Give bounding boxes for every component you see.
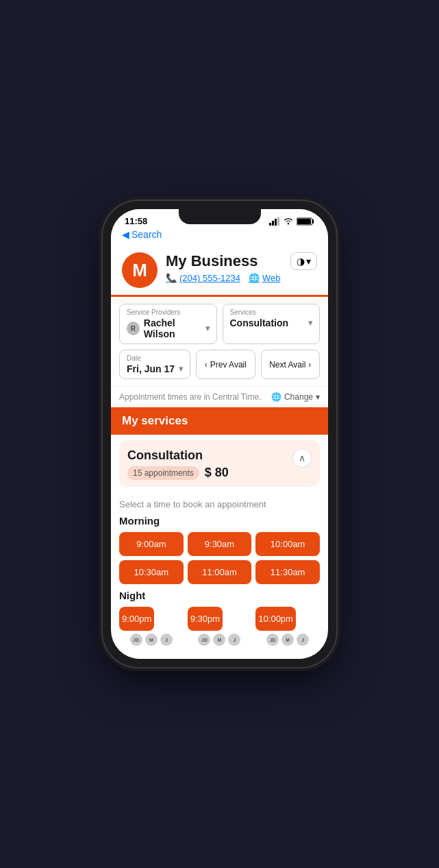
timezone-bar: Appointment times are in Central Time. 🌐… — [111, 386, 328, 407]
provider-value-inner: R Rachel Wilson — [127, 317, 205, 339]
web-link[interactable]: 🌐 Web — [249, 273, 281, 283]
business-contacts: 📞 (204) 555-1234 🌐 Web — [166, 273, 282, 283]
avatar-jd-1: JD — [198, 634, 210, 646]
consultation-name: Consultation — [127, 448, 229, 463]
service-chevron-icon: ▾ — [308, 318, 312, 328]
back-label: Search — [131, 229, 162, 240]
service-name: Consultation — [230, 317, 289, 328]
appointments-badge: 15 appointments — [127, 466, 199, 480]
night-time-grid: 9:00pm JD M J 9:30pm JD M J — [119, 607, 320, 646]
night-slot-0-avatars: JD M J — [119, 634, 184, 646]
prev-avail-button[interactable]: ‹ Prev Avail — [196, 350, 255, 379]
back-nav: ◀ Search — [111, 229, 328, 244]
provider-label: Service Providers — [127, 309, 210, 316]
next-avail-button[interactable]: Next Avail › — [261, 350, 320, 379]
chevron-down-icon: ▾ — [306, 256, 311, 267]
phone-frame: 11:58 — [103, 201, 336, 667]
consultation-price: $ 80 — [205, 466, 229, 480]
svg-rect-1 — [272, 221, 274, 226]
booking-hint: Select a time to book an appointment — [119, 499, 320, 509]
avatar-jd-0: JD — [130, 634, 142, 646]
avatar-m-1: M — [213, 634, 225, 646]
avatar-m-0: M — [145, 634, 158, 646]
globe-small-icon: 🌐 — [271, 392, 281, 402]
time-slot-4[interactable]: 11:00am — [188, 560, 252, 584]
business-header: M My Business 📞 (204) 555-1234 🌐 Web — [111, 244, 328, 297]
provider-value-row: R Rachel Wilson ▾ — [127, 317, 210, 339]
consultation-meta: 15 appointments $ 80 — [127, 466, 229, 480]
globe-icon: 🌐 — [249, 273, 260, 283]
date-row: Date Fri, Jun 17 ▾ ‹ Prev Avail Next Ava… — [119, 350, 320, 379]
morning-time-grid: 9:00am 9:30am 10:00am 10:30am 11:00am 11… — [119, 532, 320, 584]
avatar-j-2: J — [297, 634, 309, 646]
svg-rect-2 — [275, 219, 277, 226]
consultation-card: Consultation 15 appointments $ 80 ∧ — [119, 440, 320, 487]
change-timezone-button[interactable]: 🌐 Change ▾ — [271, 392, 320, 402]
status-icons — [269, 217, 314, 226]
business-info: My Business 📞 (204) 555-1234 🌐 Web — [166, 252, 282, 283]
avatar-m-2: M — [281, 634, 294, 646]
wifi-icon — [283, 217, 294, 226]
night-section: Night 9:00pm JD M J 9:30pm JD — [111, 590, 328, 658]
collapse-button[interactable]: ∧ — [292, 448, 312, 468]
night-time-slot-2[interactable]: 10:00pm — [255, 607, 296, 631]
prev-avail-label: Prev Avail — [210, 360, 247, 370]
date-dropdown[interactable]: Date Fri, Jun 17 ▾ — [119, 350, 190, 379]
svg-rect-0 — [269, 223, 271, 226]
time-slot-2[interactable]: 10:00am — [255, 532, 320, 556]
business-name: My Business — [166, 252, 282, 270]
next-avail-label: Next Avail — [269, 360, 305, 370]
change-chevron-icon: ▾ — [316, 392, 320, 402]
service-dropdown[interactable]: Services Consultation ▾ — [223, 304, 321, 344]
filters-section: Service Providers R Rachel Wilson ▾ Serv… — [111, 297, 328, 386]
timezone-text: Appointment times are in Central Time. — [119, 392, 261, 402]
service-label: Services — [230, 309, 313, 316]
consultation-info: Consultation 15 appointments $ 80 — [127, 448, 229, 480]
night-time-slot-0[interactable]: 9:00pm — [119, 607, 154, 631]
night-slot-2-wrapper: 10:00pm JD M J — [255, 607, 320, 646]
phone-link[interactable]: 📞 (204) 555-1234 — [166, 273, 240, 283]
change-label: Change — [284, 392, 313, 402]
avatar-jd-2: JD — [266, 634, 279, 646]
provider-chevron-icon: ▾ — [205, 324, 210, 333]
provider-name: Rachel Wilson — [144, 317, 205, 339]
status-time: 11:58 — [125, 216, 147, 226]
back-chevron-icon: ◀ — [122, 229, 129, 240]
battery-icon — [297, 217, 314, 226]
service-value-row: Consultation ▾ — [230, 317, 313, 328]
date-value-row: Fri, Jun 17 ▾ — [127, 363, 183, 374]
avatar-j-0: J — [160, 634, 173, 646]
contrast-icon: ◑ — [297, 256, 305, 267]
home-indicator — [111, 658, 328, 659]
consultation-top: Consultation 15 appointments $ 80 ∧ — [127, 448, 312, 480]
svg-point-4 — [288, 223, 289, 224]
night-slot-2-avatars: JD M J — [255, 634, 320, 646]
time-slot-3[interactable]: 10:30am — [119, 560, 184, 584]
logo-letter: M — [132, 260, 147, 281]
signal-icon — [269, 217, 280, 226]
next-chevron-icon: › — [308, 360, 311, 370]
morning-label: Morning — [119, 515, 320, 527]
booking-section: Select a time to book an appointment Mor… — [111, 492, 328, 584]
scroll-content[interactable]: M My Business 📞 (204) 555-1234 🌐 Web — [111, 244, 328, 659]
time-slot-5[interactable]: 11:30am — [255, 560, 320, 584]
chevron-up-icon: ∧ — [299, 453, 305, 463]
night-label: Night — [119, 590, 320, 601]
date-label: Date — [127, 354, 183, 362]
provider-dropdown[interactable]: Service Providers R Rachel Wilson ▾ — [119, 304, 217, 344]
time-slot-0[interactable]: 9:00am — [119, 532, 184, 556]
time-slot-1[interactable]: 9:30am — [188, 532, 252, 556]
web-label: Web — [262, 273, 281, 283]
avatar-j-1: J — [228, 634, 240, 646]
svg-rect-3 — [277, 217, 279, 226]
night-slot-0-wrapper: 9:00pm JD M J — [119, 607, 184, 646]
phone-screen: 11:58 — [111, 209, 328, 659]
prev-chevron-icon: ‹ — [205, 360, 208, 370]
phone-number: (204) 555-1234 — [179, 273, 240, 283]
svg-rect-6 — [297, 219, 311, 224]
night-time-slot-1[interactable]: 9:30pm — [188, 607, 223, 631]
theme-button[interactable]: ◑ ▾ — [290, 252, 317, 270]
back-button[interactable]: ◀ Search — [122, 229, 317, 240]
provider-service-row: Service Providers R Rachel Wilson ▾ Serv… — [119, 304, 320, 344]
notch — [179, 209, 261, 224]
